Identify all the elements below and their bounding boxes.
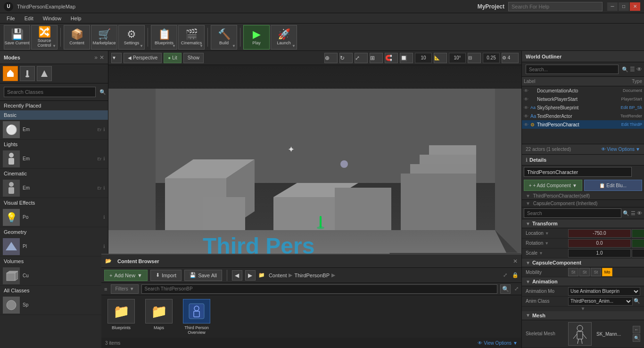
list-item[interactable]: Sp ℹ bbox=[0, 295, 108, 315]
anim-class-search-icon[interactable]: 🔍 bbox=[634, 298, 640, 304]
vp-rotate-btn[interactable]: ↻ bbox=[339, 53, 353, 63]
cb-item-blueprints[interactable]: 📁 Blueprints bbox=[105, 299, 137, 330]
cb-item-maps[interactable]: 📁 Maps bbox=[143, 299, 175, 330]
item-info-btn2[interactable]: ℹ bbox=[103, 156, 105, 161]
item-info-btn[interactable]: ℹ bbox=[103, 127, 105, 132]
toolbar-play[interactable]: ▶ Play bbox=[243, 25, 270, 50]
toolbar-marketplace[interactable]: 🛒 Marketplace bbox=[91, 25, 117, 50]
vp-coord-btn[interactable]: ⊞ bbox=[370, 53, 383, 63]
mobility-stationary-btn[interactable]: St bbox=[579, 268, 590, 276]
menu-edit[interactable]: Edit bbox=[20, 15, 38, 22]
vp-scale-btn[interactable]: ⤢ bbox=[355, 53, 368, 63]
wo-item-text[interactable]: 👁 Aa TextRenderActor TextRender bbox=[522, 112, 644, 120]
save-all-btn[interactable]: 💾 Save All bbox=[184, 270, 222, 281]
search-classes-input[interactable] bbox=[4, 87, 96, 97]
mobility-movable-btn[interactable]: Mo bbox=[602, 268, 612, 276]
maximize-button[interactable]: □ bbox=[619, 2, 629, 11]
cb-path-thirdbp[interactable]: ThirdPersonBP bbox=[294, 273, 330, 278]
wo-view-icon[interactable]: 👁 bbox=[636, 66, 642, 73]
viewport-expand-btn[interactable]: ▼ bbox=[111, 53, 122, 63]
cat-cinematic[interactable]: Cinematic bbox=[0, 169, 108, 178]
list-item[interactable]: Cu ℹ bbox=[0, 266, 108, 286]
cat-lights[interactable]: Lights bbox=[0, 140, 108, 149]
toolbar-launch[interactable]: 🚀 Launch ▼ bbox=[271, 25, 297, 50]
toolbar-cinematics[interactable]: 🎬 Cinematics ▼ bbox=[178, 25, 205, 50]
cat-geometry[interactable]: Geometry bbox=[0, 227, 108, 237]
mobility-static-btn[interactable]: St bbox=[568, 268, 578, 276]
close-button[interactable]: ✕ bbox=[630, 2, 640, 11]
mesh-search-btn[interactable]: 🔍 bbox=[633, 334, 640, 342]
wo-list-icon[interactable]: ☰ bbox=[630, 66, 635, 73]
animation-section-header[interactable]: ▼ Animation bbox=[522, 277, 644, 286]
menu-window[interactable]: Window bbox=[38, 15, 66, 22]
menu-help[interactable]: Help bbox=[66, 15, 86, 22]
capsule-section-header[interactable]: ▼ CapsuleComponent bbox=[522, 258, 644, 267]
cb-item-third-person[interactable]: Third Person Overview bbox=[181, 299, 213, 335]
details-eye-icon[interactable]: 👁 bbox=[637, 210, 642, 216]
filters-btn[interactable]: Filters ▼ bbox=[111, 284, 138, 294]
modes-close-btn[interactable]: ✕ bbox=[99, 54, 104, 61]
location-x-input[interactable] bbox=[568, 229, 631, 238]
vp-grid-snap-btn[interactable]: 📐 bbox=[434, 53, 447, 63]
cb-view-options[interactable]: 👁 View Options ▼ bbox=[478, 340, 518, 346]
list-item[interactable]: ⚪ Em Er ℹ bbox=[0, 120, 108, 140]
details-name-input[interactable] bbox=[524, 167, 632, 177]
cat-basic[interactable]: Basic bbox=[0, 110, 108, 120]
scale-y-input[interactable] bbox=[632, 249, 644, 257]
content-browser-close-btn[interactable]: ✕ bbox=[513, 258, 518, 265]
transform-section-header[interactable]: ▼ Transform bbox=[522, 219, 644, 228]
item-info-btn5[interactable]: ℹ bbox=[103, 244, 105, 249]
cb-forward-btn[interactable]: ▶ bbox=[245, 270, 256, 281]
lit-btn[interactable]: ● Lit bbox=[164, 53, 182, 63]
menu-file[interactable]: File bbox=[2, 15, 20, 22]
add-component-btn[interactable]: + + Add Component ▼ bbox=[524, 180, 582, 191]
list-item[interactable]: Em Er ℹ bbox=[0, 178, 108, 198]
wo-item-sky[interactable]: 👁 Aa SkySphereBlueprint Edit BP_Sk bbox=[522, 103, 644, 112]
toolbar-content[interactable]: 📦 Content bbox=[64, 25, 90, 50]
details-info-icon[interactable]: ℹ bbox=[526, 157, 528, 163]
wo-item-doc[interactable]: 👁 DocumentationActo Document bbox=[522, 86, 644, 95]
world-outliner-search[interactable] bbox=[526, 65, 619, 74]
perspective-btn[interactable]: ◀ Perspective bbox=[124, 53, 162, 63]
wo-item-network[interactable]: 👁 NetworkPlayerStart PlayerStart bbox=[522, 95, 644, 103]
rotation-x-input[interactable] bbox=[568, 239, 631, 248]
wo-search-icon[interactable]: 🔍 bbox=[622, 66, 628, 73]
search-classes-icon[interactable]: 🔍 bbox=[99, 89, 106, 95]
toolbar-build[interactable]: 🔨 Build ▼ bbox=[211, 25, 237, 50]
cat-volumes[interactable]: Volumes bbox=[0, 257, 108, 266]
vp-translate-btn[interactable]: ⊕ bbox=[324, 53, 338, 63]
world-outliner-view-options[interactable]: 👁 View Options ▼ bbox=[601, 147, 640, 152]
toolbar-blueprints[interactable]: 📋 Blueprints ▼ bbox=[151, 25, 177, 50]
rotation-y-input[interactable] bbox=[632, 239, 644, 248]
vp-snap-btn[interactable]: 🧲 bbox=[385, 53, 398, 63]
cb-search-expand-icon[interactable]: ⤢ bbox=[514, 286, 519, 292]
vp-scale-snap-btn[interactable]: ⊟ bbox=[468, 53, 481, 63]
show-btn[interactable]: Show bbox=[183, 53, 204, 63]
item-info-btn3[interactable]: ℹ bbox=[103, 185, 105, 191]
details-search-input[interactable] bbox=[524, 208, 621, 218]
toolbar-source-control[interactable]: 🔀 Source Control ▼ bbox=[31, 25, 58, 50]
search-help-input[interactable] bbox=[508, 2, 603, 11]
mesh-section-header[interactable]: ▼ Mesh bbox=[522, 311, 644, 320]
item-info-btn4[interactable]: ℹ bbox=[103, 215, 105, 220]
details-list-view-icon[interactable]: ☰ bbox=[631, 210, 636, 216]
modes-expand-btn[interactable]: » bbox=[94, 54, 98, 61]
import-btn[interactable]: ⬇ Import bbox=[150, 270, 182, 281]
cb-maximize-btn[interactable]: ⤢ bbox=[503, 272, 507, 278]
wo-item-thirdperson[interactable]: 👁 ⚙ ThirdPersonCharact Edit ThirdP bbox=[522, 120, 644, 129]
list-item[interactable]: 💡 Po ℹ bbox=[0, 207, 108, 227]
location-y-input[interactable] bbox=[632, 229, 644, 238]
cat-all-classes[interactable]: All Classes bbox=[0, 286, 108, 295]
cb-path-content[interactable]: Content bbox=[269, 273, 287, 278]
anim-mode-select[interactable]: Use Animation Blueprin bbox=[568, 287, 640, 296]
vp-camera-speed-btn[interactable]: 🔲 bbox=[400, 53, 413, 63]
anim-class-select[interactable]: ThirdPerson_Anim... bbox=[568, 297, 633, 306]
cat-recently-placed[interactable]: Recently Placed bbox=[0, 101, 108, 110]
mode-place-btn[interactable] bbox=[3, 66, 18, 81]
vp-settings-btn[interactable]: ⚙ 4 bbox=[502, 53, 519, 63]
list-item[interactable]: Pl ℹ bbox=[0, 237, 108, 257]
toolbar-save-current[interactable]: 💾 Save Current bbox=[4, 25, 30, 50]
scale-x-input[interactable] bbox=[568, 249, 631, 257]
mobility-stationary2-btn[interactable]: St bbox=[591, 268, 601, 276]
details-search-icon[interactable]: 🔍 bbox=[623, 210, 629, 216]
